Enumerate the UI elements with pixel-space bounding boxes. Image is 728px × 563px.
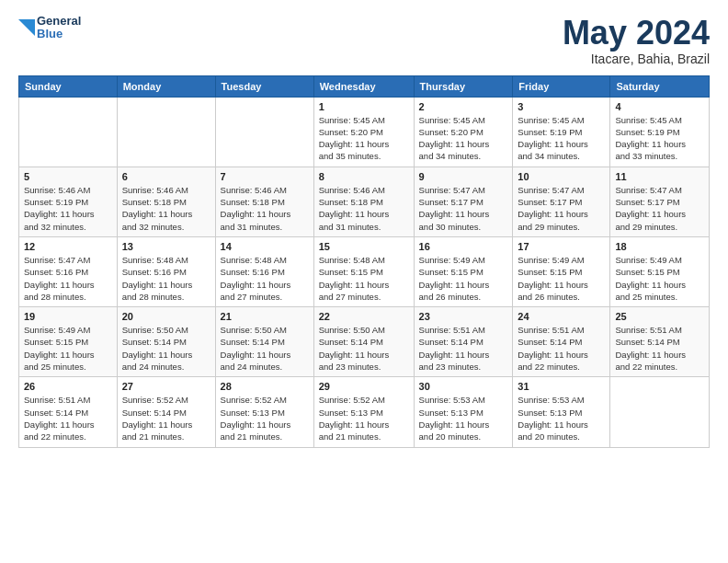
table-cell: 30Sunrise: 5:53 AM Sunset: 5:13 PM Dayli… [414,377,513,447]
col-tuesday: Tuesday [215,75,313,97]
table-cell: 19Sunrise: 5:49 AM Sunset: 5:15 PM Dayli… [19,307,118,377]
day-number: 28 [221,381,309,392]
day-number: 21 [221,311,309,322]
day-info: Sunrise: 5:48 AM Sunset: 5:16 PM Dayligh… [122,254,210,303]
day-info: Sunrise: 5:50 AM Sunset: 5:14 PM Dayligh… [319,324,409,373]
table-cell: 13Sunrise: 5:48 AM Sunset: 5:16 PM Dayli… [117,236,215,306]
table-cell: 20Sunrise: 5:50 AM Sunset: 5:14 PM Dayli… [117,307,215,377]
col-friday: Friday [513,75,610,97]
day-number: 26 [24,381,112,392]
day-number: 11 [615,171,704,182]
table-cell: 8Sunrise: 5:46 AM Sunset: 5:18 PM Daylig… [313,167,414,236]
week-row-5: 26Sunrise: 5:51 AM Sunset: 5:14 PM Dayli… [19,377,710,447]
table-cell: 3Sunrise: 5:45 AM Sunset: 5:19 PM Daylig… [513,97,610,167]
day-number: 7 [221,171,309,182]
table-cell: 17Sunrise: 5:49 AM Sunset: 5:15 PM Dayli… [513,236,610,306]
day-info: Sunrise: 5:50 AM Sunset: 5:14 PM Dayligh… [221,324,309,373]
month-title: May 2024 [563,15,710,52]
day-info: Sunrise: 5:48 AM Sunset: 5:16 PM Dayligh… [221,254,309,303]
day-info: Sunrise: 5:49 AM Sunset: 5:15 PM Dayligh… [419,254,508,303]
col-thursday: Thursday [414,75,513,97]
day-number: 29 [319,381,409,392]
day-info: Sunrise: 5:46 AM Sunset: 5:18 PM Dayligh… [122,184,210,233]
day-number: 24 [518,311,605,322]
col-monday: Monday [117,75,215,97]
col-wednesday: Wednesday [313,75,414,97]
day-number: 9 [419,171,508,182]
day-info: Sunrise: 5:46 AM Sunset: 5:18 PM Dayligh… [319,184,409,233]
day-number: 16 [419,241,508,252]
table-cell [215,97,313,167]
table-cell: 25Sunrise: 5:51 AM Sunset: 5:14 PM Dayli… [610,307,710,377]
day-number: 13 [122,241,210,252]
logo-line2: Blue [37,28,81,40]
day-info: Sunrise: 5:51 AM Sunset: 5:14 PM Dayligh… [419,324,508,373]
logo-triangle-icon [18,19,35,36]
table-cell: 31Sunrise: 5:53 AM Sunset: 5:13 PM Dayli… [513,377,610,447]
table-cell: 2Sunrise: 5:45 AM Sunset: 5:20 PM Daylig… [414,97,513,167]
day-number: 27 [122,381,210,392]
day-info: Sunrise: 5:46 AM Sunset: 5:19 PM Dayligh… [24,184,112,233]
day-number: 25 [615,311,704,322]
day-number: 31 [518,381,605,392]
header: General Blue May 2024 Itacare, Bahia, Br… [18,15,710,66]
table-cell [19,97,118,167]
day-number: 18 [615,241,704,252]
day-info: Sunrise: 5:45 AM Sunset: 5:19 PM Dayligh… [615,114,704,163]
day-number: 15 [319,241,409,252]
day-info: Sunrise: 5:47 AM Sunset: 5:17 PM Dayligh… [419,184,508,233]
day-number: 30 [419,381,508,392]
table-cell: 24Sunrise: 5:51 AM Sunset: 5:14 PM Dayli… [513,307,610,377]
table-cell: 23Sunrise: 5:51 AM Sunset: 5:14 PM Dayli… [414,307,513,377]
table-cell [610,377,710,447]
table-cell: 21Sunrise: 5:50 AM Sunset: 5:14 PM Dayli… [215,307,313,377]
col-sunday: Sunday [19,75,118,97]
day-info: Sunrise: 5:46 AM Sunset: 5:18 PM Dayligh… [221,184,309,233]
day-info: Sunrise: 5:52 AM Sunset: 5:13 PM Dayligh… [319,394,409,442]
table-cell: 11Sunrise: 5:47 AM Sunset: 5:17 PM Dayli… [610,167,710,236]
location-subtitle: Itacare, Bahia, Brazil [563,52,710,66]
calendar-table: Sunday Monday Tuesday Wednesday Thursday… [18,75,710,448]
day-info: Sunrise: 5:47 AM Sunset: 5:17 PM Dayligh… [518,184,605,233]
day-number: 3 [518,101,605,112]
day-number: 8 [319,171,409,182]
day-info: Sunrise: 5:51 AM Sunset: 5:14 PM Dayligh… [24,394,112,442]
svg-marker-0 [18,19,35,36]
page: General Blue May 2024 Itacare, Bahia, Br… [0,0,728,463]
table-cell: 16Sunrise: 5:49 AM Sunset: 5:15 PM Dayli… [414,236,513,306]
table-cell: 9Sunrise: 5:47 AM Sunset: 5:17 PM Daylig… [414,167,513,236]
logo: General Blue [18,15,81,41]
day-number: 10 [518,171,605,182]
day-number: 20 [122,311,210,322]
logo-line1: General [37,15,81,28]
table-cell: 28Sunrise: 5:52 AM Sunset: 5:13 PM Dayli… [215,377,313,447]
table-cell: 12Sunrise: 5:47 AM Sunset: 5:16 PM Dayli… [19,236,118,306]
title-block: May 2024 Itacare, Bahia, Brazil [563,15,710,66]
day-info: Sunrise: 5:50 AM Sunset: 5:14 PM Dayligh… [122,324,210,373]
day-info: Sunrise: 5:49 AM Sunset: 5:15 PM Dayligh… [24,324,112,373]
day-number: 23 [419,311,508,322]
day-info: Sunrise: 5:49 AM Sunset: 5:15 PM Dayligh… [518,254,605,303]
table-cell: 7Sunrise: 5:46 AM Sunset: 5:18 PM Daylig… [215,167,313,236]
day-info: Sunrise: 5:48 AM Sunset: 5:15 PM Dayligh… [319,254,409,303]
day-info: Sunrise: 5:49 AM Sunset: 5:15 PM Dayligh… [615,254,704,303]
day-number: 2 [419,101,508,112]
calendar-header: Sunday Monday Tuesday Wednesday Thursday… [19,75,710,97]
table-cell: 5Sunrise: 5:46 AM Sunset: 5:19 PM Daylig… [19,167,118,236]
table-cell: 14Sunrise: 5:48 AM Sunset: 5:16 PM Dayli… [215,236,313,306]
day-number: 5 [24,171,112,182]
day-number: 14 [221,241,309,252]
table-cell: 26Sunrise: 5:51 AM Sunset: 5:14 PM Dayli… [19,377,118,447]
week-row-2: 5Sunrise: 5:46 AM Sunset: 5:19 PM Daylig… [19,167,710,236]
logo-text: General Blue [37,15,81,41]
day-info: Sunrise: 5:53 AM Sunset: 5:13 PM Dayligh… [419,394,508,442]
day-info: Sunrise: 5:52 AM Sunset: 5:14 PM Dayligh… [122,394,210,442]
week-row-1: 1Sunrise: 5:45 AM Sunset: 5:20 PM Daylig… [19,97,710,167]
table-cell: 6Sunrise: 5:46 AM Sunset: 5:18 PM Daylig… [117,167,215,236]
day-number: 1 [319,101,409,112]
calendar-body: 1Sunrise: 5:45 AM Sunset: 5:20 PM Daylig… [19,97,710,447]
table-cell: 15Sunrise: 5:48 AM Sunset: 5:15 PM Dayli… [313,236,414,306]
header-row: Sunday Monday Tuesday Wednesday Thursday… [19,75,710,97]
day-info: Sunrise: 5:51 AM Sunset: 5:14 PM Dayligh… [518,324,605,373]
day-number: 22 [319,311,409,322]
